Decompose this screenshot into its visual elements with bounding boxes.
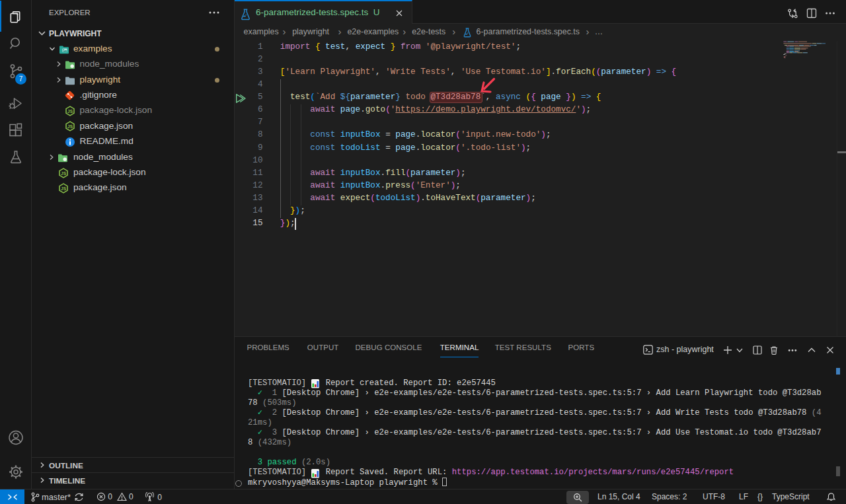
svg-text:JS: JS — [67, 108, 73, 113]
svg-text:JS: JS — [67, 124, 73, 129]
svg-text:JS: JS — [61, 186, 67, 190]
svg-text:JS: JS — [61, 170, 67, 175]
